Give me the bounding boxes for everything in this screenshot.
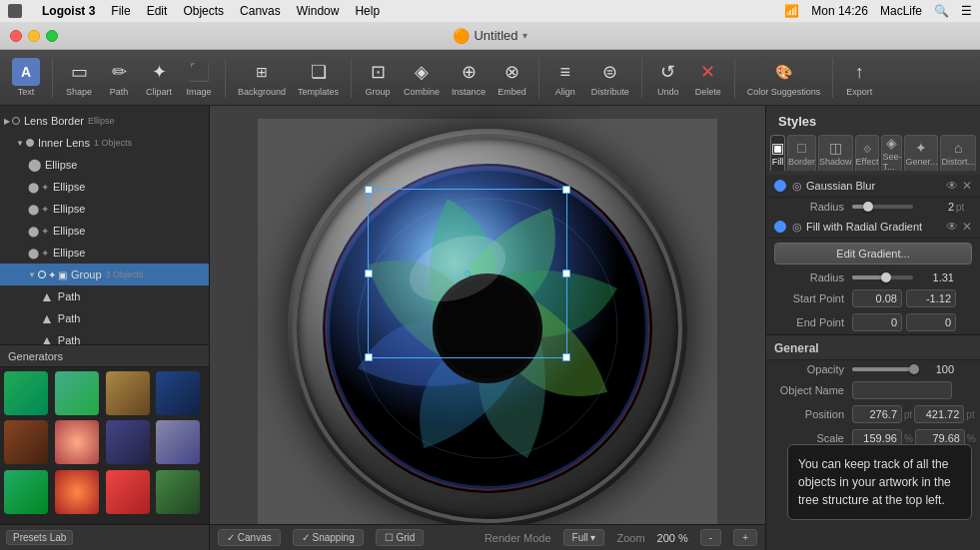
gradient-radius-slider[interactable]: [852, 275, 913, 279]
presets-lab-button[interactable]: Presets Lab: [6, 530, 73, 545]
tool-undo[interactable]: ↺ Undo: [650, 56, 686, 99]
layer-item-path-1[interactable]: ▲ Path: [0, 285, 209, 307]
layer-item-group[interactable]: ▼ ✦ ▣ Group 3 Objects: [0, 264, 209, 285]
pos-unit2: pt: [966, 409, 974, 420]
radius-slider[interactable]: [852, 205, 913, 209]
tool-group[interactable]: ⊡ Group: [360, 56, 396, 99]
menu-window[interactable]: Window: [297, 4, 340, 18]
gen-item-11[interactable]: [156, 470, 200, 514]
title-text: Untitled: [474, 28, 517, 43]
gen-item-5[interactable]: [55, 420, 99, 464]
handle-tr[interactable]: [562, 186, 570, 194]
end-x-input[interactable]: [852, 313, 902, 331]
menu-objects[interactable]: Objects: [183, 4, 224, 18]
gen-item-4[interactable]: [4, 420, 48, 464]
menu-file[interactable]: File: [111, 4, 130, 18]
tab-shadow[interactable]: ◫ Shadow: [818, 135, 853, 171]
tool-path[interactable]: ✏ Path: [101, 56, 137, 99]
clipart-icon: ✦: [145, 58, 173, 86]
zoom-in-button[interactable]: +: [733, 529, 757, 546]
tool-background[interactable]: ⊞ Background: [234, 56, 290, 99]
layer-item-path-2[interactable]: ▲ Path: [0, 307, 209, 329]
menu-edit[interactable]: Edit: [147, 4, 168, 18]
gen-item-1[interactable]: [55, 371, 99, 415]
gradient-eye-toggle[interactable]: 👁: [946, 220, 958, 234]
gen-item-10[interactable]: [106, 470, 150, 514]
tool-templates[interactable]: ❏ Templates: [294, 56, 343, 99]
toolbar-divider-5: [641, 58, 642, 98]
start-y-input[interactable]: [906, 289, 956, 307]
gaussian-eye-toggle[interactable]: 👁: [946, 179, 958, 193]
grid-toggle[interactable]: ☐ Grid: [376, 529, 425, 546]
tool-text[interactable]: A Text: [8, 56, 44, 99]
render-mode-selector[interactable]: Full ▾: [563, 529, 605, 546]
menu-canvas[interactable]: Canvas: [240, 4, 281, 18]
start-x-input[interactable]: [852, 289, 902, 307]
tab-border[interactable]: □ Border: [787, 135, 816, 171]
close-button[interactable]: [10, 30, 22, 42]
handle-ml[interactable]: [365, 270, 373, 277]
gen-item-8[interactable]: [4, 470, 48, 514]
control-icon[interactable]: ☰: [961, 4, 972, 18]
maximize-button[interactable]: [46, 30, 58, 42]
layer-item-path-3[interactable]: ▲ Path: [0, 329, 209, 344]
handle-br[interactable]: [562, 353, 570, 361]
tool-distribute[interactable]: ⊜ Distribute: [587, 56, 633, 99]
canvas-area[interactable]: ✓ Canvas ✓ Snapping ☐ Grid Render Mode F…: [210, 106, 765, 550]
tab-seet[interactable]: ◈ See-T...: [881, 135, 902, 171]
tool-shape[interactable]: ▭ Shape: [61, 56, 97, 99]
minimize-button[interactable]: [28, 30, 40, 42]
opacity-slider[interactable]: [852, 367, 913, 371]
layer-item-ellipse-3[interactable]: ⬤ ✦ Ellipse: [0, 198, 209, 220]
layer-item-ellipse-1[interactable]: ⬤ Ellipse: [0, 154, 209, 176]
end-y-input[interactable]: [906, 313, 956, 331]
search-icon[interactable]: 🔍: [934, 4, 949, 18]
tab-effect[interactable]: ⟐ Effect: [855, 135, 880, 171]
tool-align[interactable]: ≡ Align: [547, 56, 583, 99]
delete-icon: ✕: [694, 58, 722, 86]
gen-item-7[interactable]: [156, 420, 200, 464]
position-row: Position pt pt: [766, 402, 980, 426]
radial-gradient-toggle[interactable]: [774, 221, 786, 233]
tool-embed[interactable]: ⊗ Embed: [493, 56, 530, 99]
tab-distort[interactable]: ⌂ Distort...: [940, 135, 976, 171]
layer-item-ellipse-5[interactable]: ⬤ ✦ Ellipse: [0, 242, 209, 264]
tool-delete[interactable]: ✕ Delete: [690, 56, 726, 99]
undo-icon: ↺: [654, 58, 682, 86]
menu-help[interactable]: Help: [355, 4, 380, 18]
object-name-input[interactable]: [852, 381, 952, 399]
tool-image[interactable]: ⬛ Image: [181, 56, 217, 99]
tool-clipart[interactable]: ✦ Clipart: [141, 56, 177, 99]
gaussian-close-button[interactable]: ✕: [962, 179, 972, 193]
snapping-toggle[interactable]: ✓ Snapping: [293, 529, 364, 546]
edit-gradient-button[interactable]: Edit Gradient...: [774, 243, 972, 265]
tab-gener[interactable]: ✦ Gener...: [904, 135, 938, 171]
handle-bl[interactable]: [365, 353, 373, 361]
pos-y-input[interactable]: [914, 405, 964, 423]
tool-instance[interactable]: ⊕ Instance: [448, 56, 490, 99]
tool-color-suggestions[interactable]: 🎨 Color Suggestions: [743, 56, 825, 99]
layer-item-inner-lens[interactable]: ▼ Inner Lens 1 Objects: [0, 132, 209, 154]
layer-item-ellipse-2[interactable]: ⬤ ✦ Ellipse: [0, 176, 209, 198]
handle-mr[interactable]: [562, 270, 570, 277]
menu-right: 📶 Mon 14:26 MacLife 🔍 ☰: [784, 4, 972, 18]
gen-item-0[interactable]: [4, 371, 48, 415]
tool-export[interactable]: ↑ Export: [841, 56, 877, 99]
gen-item-3[interactable]: [156, 371, 200, 415]
gen-item-6[interactable]: [106, 420, 150, 464]
zoom-out-button[interactable]: -: [700, 529, 721, 546]
gen-item-2[interactable]: [106, 371, 150, 415]
gradient-close-button[interactable]: ✕: [962, 220, 972, 234]
gaussian-blur-toggle[interactable]: [774, 180, 786, 192]
canvas-toggle[interactable]: ✓ Canvas: [218, 529, 281, 546]
tab-fill[interactable]: ▣ Fill: [770, 135, 785, 171]
handle-tl[interactable]: [365, 186, 373, 194]
gen-item-9[interactable]: [55, 470, 99, 514]
tool-combine[interactable]: ◈ Combine: [400, 56, 444, 99]
path-icon-2: ▲: [40, 310, 54, 326]
pos-x-input[interactable]: [852, 405, 902, 423]
layer-item-lens-border[interactable]: ▶ Lens Border Ellipse: [0, 110, 209, 132]
menu-app[interactable]: Logoist 3: [42, 4, 95, 18]
layer-item-ellipse-4[interactable]: ⬤ ✦ Ellipse: [0, 220, 209, 242]
anchor-point: [465, 271, 471, 276]
